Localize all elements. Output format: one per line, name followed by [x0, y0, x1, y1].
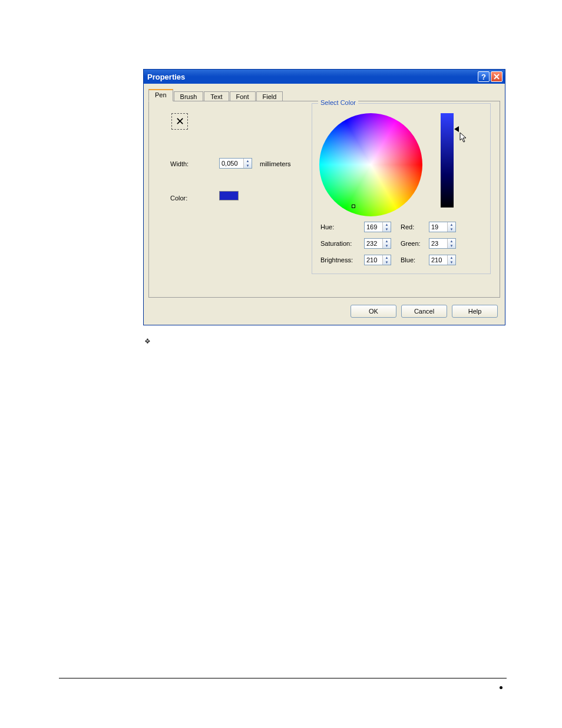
ok-button[interactable]: OK	[351, 305, 396, 318]
hue-input[interactable]	[365, 222, 382, 232]
chevron-up-icon[interactable]: ▲	[383, 222, 391, 227]
chevron-down-icon[interactable]: ▼	[244, 163, 252, 168]
spinner-arrows[interactable]: ▲▼	[447, 255, 455, 265]
color-wheel-marker[interactable]	[352, 205, 355, 208]
spinner-arrows[interactable]: ▲ ▼	[243, 159, 252, 168]
saturation-spinner[interactable]: ▲▼	[364, 238, 391, 249]
close-icon	[494, 74, 500, 80]
chevron-up-icon[interactable]: ▲	[383, 255, 391, 260]
red-label: Red:	[401, 223, 429, 230]
red-input[interactable]	[429, 222, 447, 232]
brightness-handle[interactable]	[454, 126, 459, 132]
x-icon: ✕	[176, 116, 184, 127]
tab-label: Field	[263, 93, 277, 100]
spinner-arrows[interactable]: ▲▼	[447, 222, 455, 232]
no-pen-button[interactable]: ✕	[171, 113, 188, 130]
titlebar[interactable]: Properties ?	[144, 70, 505, 84]
brightness-label: Brightness:	[320, 256, 364, 263]
cursor-icon	[459, 132, 469, 143]
tab-label: Brush	[180, 93, 197, 100]
diamond-bullet-icon: ❖	[144, 337, 151, 345]
dialog-title: Properties	[147, 73, 477, 81]
select-color-group: Select Color Hue:	[312, 103, 491, 274]
tab-pen[interactable]: Pen	[148, 89, 173, 101]
ok-label: OK	[369, 308, 378, 315]
width-unit: millimeters	[260, 160, 291, 167]
tab-label: Pen	[155, 91, 167, 98]
width-label: Width:	[170, 160, 189, 167]
spinner-arrows[interactable]: ▲▼	[382, 255, 391, 265]
hue-label: Hue:	[320, 223, 364, 230]
close-button[interactable]	[491, 71, 503, 82]
group-legend: Select Color	[318, 99, 358, 106]
green-input[interactable]	[429, 239, 447, 248]
blue-label: Blue:	[401, 256, 429, 263]
cancel-button[interactable]: Cancel	[401, 305, 447, 318]
chevron-up-icon[interactable]: ▲	[244, 159, 252, 163]
help-label: Help	[468, 308, 482, 315]
color-label: Color:	[170, 195, 187, 202]
page-bullet-icon	[500, 686, 503, 689]
help-button[interactable]: ?	[478, 71, 490, 82]
blue-input[interactable]	[429, 255, 447, 265]
spinner-arrows[interactable]: ▲▼	[382, 222, 391, 232]
chevron-up-icon[interactable]: ▲	[448, 255, 455, 260]
horizontal-rule	[59, 678, 507, 678]
hue-spinner[interactable]: ▲▼	[364, 222, 391, 232]
chevron-up-icon[interactable]: ▲	[448, 239, 455, 243]
green-label: Green:	[401, 240, 429, 247]
color-swatch[interactable]	[219, 191, 239, 200]
chevron-down-icon[interactable]: ▼	[383, 227, 391, 232]
properties-dialog: Properties ? Pen Brush Text Font Field ✕…	[143, 69, 505, 325]
spinner-arrows[interactable]: ▲▼	[382, 239, 391, 248]
tab-label: Text	[210, 93, 222, 100]
tab-strip: Pen Brush Text Font Field	[148, 88, 283, 101]
red-spinner[interactable]: ▲▼	[429, 222, 456, 232]
dialog-buttons: OK Cancel Help	[351, 305, 498, 318]
chevron-down-icon[interactable]: ▼	[383, 243, 391, 248]
saturation-input[interactable]	[365, 239, 382, 248]
cancel-label: Cancel	[414, 308, 434, 315]
width-spinner[interactable]: ▲ ▼	[219, 158, 252, 169]
tab-label: Font	[236, 93, 249, 100]
chevron-down-icon[interactable]: ▼	[448, 227, 455, 232]
chevron-down-icon[interactable]: ▼	[448, 243, 455, 248]
saturation-label: Saturation:	[320, 240, 364, 247]
brightness-slider[interactable]	[441, 113, 454, 207]
brightness-spinner[interactable]: ▲▼	[364, 255, 391, 265]
tab-page: ✕ Width: ▲ ▼ millimeters Color: Select C…	[148, 101, 500, 298]
svg-marker-2	[460, 133, 466, 142]
brightness-input[interactable]	[365, 255, 382, 265]
chevron-down-icon[interactable]: ▼	[448, 260, 455, 265]
width-input[interactable]	[220, 159, 243, 168]
chevron-down-icon[interactable]: ▼	[383, 260, 391, 265]
green-spinner[interactable]: ▲▼	[429, 238, 456, 249]
help-button-bottom[interactable]: Help	[452, 305, 498, 318]
spinner-arrows[interactable]: ▲▼	[447, 239, 455, 248]
chevron-up-icon[interactable]: ▲	[383, 239, 391, 243]
chevron-up-icon[interactable]: ▲	[448, 222, 455, 227]
blue-spinner[interactable]: ▲▼	[429, 255, 456, 265]
dialog-client: Pen Brush Text Font Field ✕ Width: ▲ ▼	[144, 84, 505, 325]
color-wheel[interactable]	[319, 113, 422, 216]
